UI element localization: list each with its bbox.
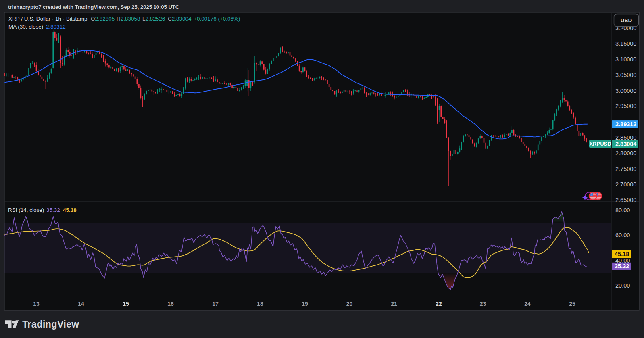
svg-text:19: 19 (302, 300, 308, 307)
svg-text:+0.00176 (+0.06%): +0.00176 (+0.06%) (194, 16, 240, 22)
svg-text:20.00: 20.00 (615, 282, 630, 289)
svg-text:60.00: 60.00 (615, 232, 630, 238)
svg-text:3.05000: 3.05000 (615, 72, 636, 78)
svg-text:14: 14 (78, 300, 84, 307)
svg-text:20: 20 (346, 300, 353, 307)
svg-text:2.75000: 2.75000 (615, 166, 636, 172)
svg-text:3.00000: 3.00000 (615, 88, 636, 94)
svg-text:H2.83058: H2.83058 (117, 16, 140, 22)
svg-text:3.15000: 3.15000 (615, 40, 636, 47)
svg-text:XRPUSD: XRPUSD (589, 141, 611, 147)
svg-text:O2.82805: O2.82805 (91, 16, 115, 22)
svg-text:25: 25 (569, 300, 575, 307)
svg-text:13: 13 (33, 300, 40, 307)
svg-text:XRP / U.S. Dollar · 1h · Bitst: XRP / U.S. Dollar · 1h · Bitstamp (8, 16, 88, 22)
svg-text:45.18: 45.18 (615, 251, 629, 257)
svg-text:trishacrypto7 created with Tra: trishacrypto7 created with TradingView.c… (8, 4, 179, 10)
svg-text:3.10000: 3.10000 (615, 56, 636, 63)
svg-text:2.80000: 2.80000 (615, 150, 636, 156)
svg-text:2.89312: 2.89312 (46, 24, 66, 30)
svg-text:C2.83004: C2.83004 (168, 16, 192, 22)
svg-text:21: 21 (391, 300, 397, 307)
svg-text:L2.82526: L2.82526 (142, 16, 165, 22)
svg-text:35.32: 35.32 (46, 207, 60, 213)
svg-text:18: 18 (257, 300, 263, 307)
svg-text:MA (30, close): MA (30, close) (8, 24, 43, 30)
svg-text:17: 17 (212, 300, 219, 307)
svg-text:TradingView: TradingView (22, 319, 79, 330)
svg-text:2.65000: 2.65000 (615, 197, 636, 203)
svg-text:24: 24 (524, 300, 531, 307)
svg-text:80.00: 80.00 (615, 207, 630, 213)
svg-text:RSI (14, close): RSI (14, close) (8, 207, 44, 213)
svg-text:2.70000: 2.70000 (615, 181, 636, 188)
svg-text:2.95000: 2.95000 (615, 103, 636, 109)
svg-text:22: 22 (436, 300, 442, 307)
svg-text:23: 23 (480, 300, 486, 307)
svg-text:2.85000: 2.85000 (615, 134, 636, 141)
svg-text:2.89312: 2.89312 (615, 121, 636, 127)
svg-text:USD: USD (621, 17, 632, 23)
svg-text:16: 16 (167, 300, 174, 307)
svg-text:15: 15 (123, 300, 129, 307)
svg-text:2.83004: 2.83004 (615, 141, 636, 147)
svg-text:45.18: 45.18 (63, 207, 77, 213)
svg-text:35.32: 35.32 (615, 263, 629, 269)
